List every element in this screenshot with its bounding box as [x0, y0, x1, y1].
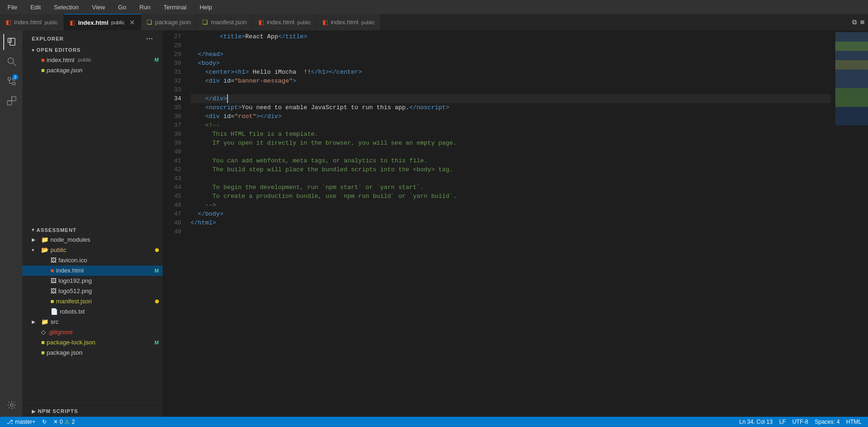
menu-file[interactable]: File: [5, 3, 20, 12]
code-line-38: This HTML file is a template.: [191, 130, 831, 139]
index-modified-badge: M: [155, 268, 159, 273]
code-line-34: </div>: [191, 94, 831, 103]
package-lock-modified: M: [155, 340, 159, 345]
editor-area: 27 28 29 30 31 32 33 34 35 36 37 38 39 4…: [163, 30, 868, 417]
tree-package-json[interactable]: ▶ ■ package.json: [22, 348, 163, 358]
code-line-45: To create a production bundle, use `npm …: [191, 192, 831, 201]
code-line-30: <body>: [191, 59, 831, 68]
assessment-arrow: ▾: [32, 227, 35, 232]
warning-icon: ⚠: [64, 419, 70, 425]
tree-manifest[interactable]: ▶ ■ manifest.json: [22, 296, 163, 307]
code-line-47: </body>: [191, 210, 831, 218]
package-lock-icon: ■: [41, 339, 45, 346]
public-modified-dot: [155, 248, 159, 252]
tab-index-html-3[interactable]: ◧ index.html public: [253, 14, 317, 30]
tree-index-html[interactable]: ▶ ■ index.html M: [22, 266, 163, 276]
tab-package-json[interactable]: ❏ package.json: [141, 14, 197, 30]
tab-manifest-json[interactable]: ❏ manifest.json: [197, 14, 253, 30]
manifest-icon: ■: [50, 298, 54, 305]
open-editors-tree: ■ index.html public M ■ package.json: [22, 55, 163, 225]
open-editors-section[interactable]: ▾ OPEN EDITORS: [22, 45, 163, 55]
activity-search[interactable]: [3, 54, 19, 70]
code-line-42: The build step will place the bundled sc…: [191, 165, 831, 174]
tab-close-button[interactable]: ✕: [129, 19, 135, 26]
code-line-43: [191, 174, 831, 183]
modified-badge-1: M: [155, 57, 159, 63]
npm-scripts-panel[interactable]: ▶ NPM SCRIPTS: [22, 405, 163, 417]
activity-source-control[interactable]: 2: [3, 73, 19, 89]
tab-index-html-active[interactable]: ◧ index.html public ✕: [64, 14, 141, 30]
menu-help[interactable]: Help: [197, 3, 215, 12]
status-sync[interactable]: ↻: [39, 417, 50, 427]
tree-src[interactable]: ▶ 📁 src: [22, 317, 163, 327]
minimap-slider[interactable]: [835, 32, 868, 88]
minimap: [831, 32, 868, 417]
status-line-ending[interactable]: LF: [776, 417, 789, 427]
json-file-icon-2: ❏: [202, 19, 208, 26]
code-line-46: -->: [191, 201, 831, 210]
tree-node-modules[interactable]: ▶ 📁 node_modules: [22, 235, 163, 245]
tree-gitignore[interactable]: ▶ ◇ .gitignore: [22, 327, 163, 337]
src-folder-icon: 📁: [41, 318, 49, 325]
svg-point-4: [8, 77, 11, 80]
code-line-40: [191, 147, 831, 156]
src-arrow: ▶: [32, 319, 39, 324]
html-file-icon-3: ◧: [258, 19, 264, 26]
activity-extensions[interactable]: [3, 93, 19, 109]
customize-layout-icon[interactable]: ⊞: [861, 18, 864, 26]
robots-label: robots.txt: [60, 308, 85, 315]
gitignore-icon: ◇: [41, 329, 46, 336]
menu-selection[interactable]: Selection: [51, 3, 81, 12]
json-icon: ■: [41, 67, 45, 74]
menu-go[interactable]: Go: [115, 3, 129, 12]
node-modules-arrow: ▶: [32, 237, 39, 242]
tree-logo512[interactable]: ▶ 🖼 logo512.png: [22, 286, 163, 296]
tree-package-lock[interactable]: ▶ ■ package-lock.json M: [22, 337, 163, 348]
tab-bar: ◧ index.html public ◧ index.html public …: [0, 14, 868, 30]
svg-point-2: [8, 58, 14, 63]
open-editor-badge-1: public: [78, 57, 92, 63]
code-line-27: <title>React App</title>: [191, 32, 831, 41]
code-line-49: [191, 227, 831, 236]
menu-terminal[interactable]: Terminal: [161, 3, 189, 12]
menu-view[interactable]: View: [89, 3, 108, 12]
assessment-section[interactable]: ▾ ASSESSMENT: [22, 225, 163, 235]
tab-sublabel: public: [44, 20, 58, 25]
status-bar: ⎇ master+ ↻ ✕ 0 ⚠ 2 Ln 34, Col 13 LF UTF…: [0, 417, 868, 427]
tree-favicon[interactable]: ▶ 🖼 favicon.ico: [22, 255, 163, 266]
src-label: src: [50, 318, 58, 325]
status-encoding[interactable]: UTF-8: [790, 417, 811, 427]
gitignore-label: .gitignore: [48, 329, 72, 336]
source-control-badge: 2: [12, 74, 18, 80]
activity-explorer[interactable]: [3, 34, 19, 50]
tab-sublabel-3: public: [297, 20, 311, 25]
tab-index-html-1[interactable]: ◧ index.html public: [0, 14, 64, 30]
tab-index-html-4[interactable]: ◧ index.html public: [317, 14, 381, 30]
open-editor-package-json[interactable]: ■ package.json: [22, 65, 163, 75]
status-indent[interactable]: Spaces: 4: [812, 417, 842, 427]
npm-scripts-arrow: ▶: [32, 409, 36, 414]
menu-edit[interactable]: Edit: [28, 3, 43, 12]
status-errors[interactable]: ✕ 0 ⚠ 2: [50, 417, 78, 427]
svg-rect-9: [12, 97, 16, 101]
status-position[interactable]: Ln 34, Col 13: [737, 417, 776, 427]
sidebar-header-actions[interactable]: ···: [146, 35, 153, 42]
tree-logo192[interactable]: ▶ 🖼 logo192.png: [22, 276, 163, 286]
split-editor-icon[interactable]: ⧉: [852, 19, 857, 26]
html-file-icon-active: ◧: [70, 19, 75, 26]
error-icon: ✕: [53, 419, 58, 425]
menu-bar: File Edit Selection View Go Run Terminal…: [0, 0, 868, 14]
robots-icon: 📄: [50, 308, 58, 315]
status-language[interactable]: HTML: [843, 417, 864, 427]
code-editor[interactable]: <title>React App</title> </head> <body> …: [187, 32, 831, 417]
menu-run[interactable]: Run: [136, 3, 153, 12]
status-branch[interactable]: ⎇ master+: [4, 417, 38, 427]
tree-robots[interactable]: ▶ 📄 robots.txt: [22, 307, 163, 317]
activity-settings[interactable]: [3, 397, 19, 413]
package-json-label: package.json: [47, 349, 83, 356]
open-editors-arrow: ▾: [32, 48, 35, 53]
code-line-37: <!--: [191, 121, 831, 130]
tree-public[interactable]: ▾ 📂 public: [22, 245, 163, 255]
warning-count: 2: [71, 419, 75, 425]
open-editor-index-html[interactable]: ■ index.html public M: [22, 55, 163, 65]
